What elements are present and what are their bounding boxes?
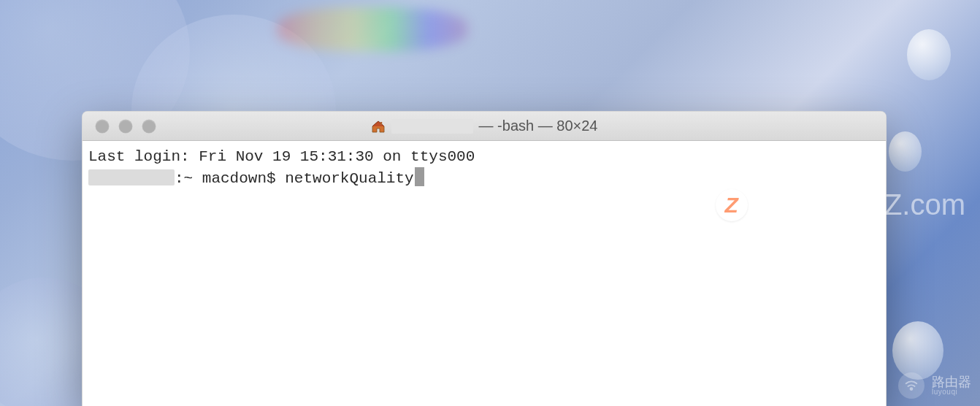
last-login-line: Last login: Fri Nov 19 15:31:30 on ttys0…: [88, 148, 475, 165]
zoom-button[interactable]: [142, 120, 156, 133]
close-button[interactable]: [96, 120, 109, 133]
bg-rainbow: [277, 7, 467, 51]
minimize-button[interactable]: [119, 120, 132, 133]
titlebar[interactable]: — -bash — 80×24: [83, 112, 886, 141]
typed-command: networkQuality: [285, 170, 413, 187]
window-title: — -bash — 80×24: [83, 118, 886, 134]
title-redacted: [391, 119, 473, 134]
title-suffix: — -bash — 80×24: [479, 118, 598, 134]
home-icon: [371, 120, 386, 133]
prompt-suffix: :~ macdown$: [175, 170, 285, 187]
traffic-lights: [83, 120, 156, 133]
svg-rect-0: [380, 122, 382, 125]
prompt-user-redacted: [88, 169, 175, 185]
cursor: [415, 167, 424, 186]
terminal-body[interactable]: Last login: Fri Nov 19 15:31:30 on ttys0…: [83, 141, 886, 406]
terminal-window: — -bash — 80×24 Last login: Fri Nov 19 1…: [82, 111, 887, 406]
